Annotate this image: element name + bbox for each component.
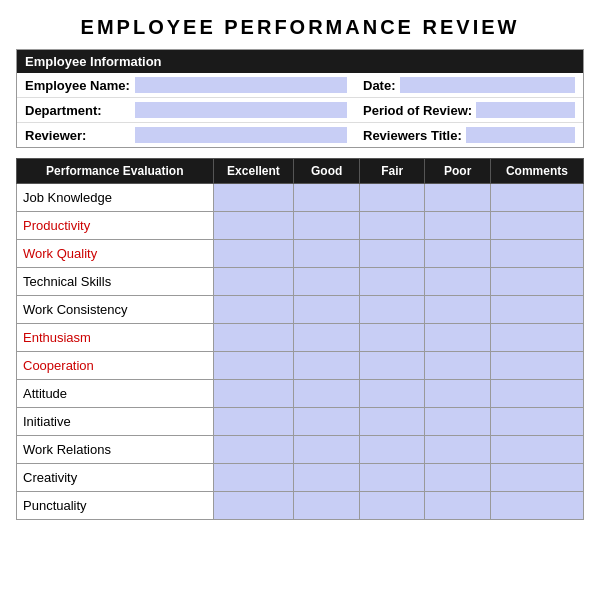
period-label: Period of Review:: [363, 103, 472, 118]
date-label: Date:: [363, 78, 396, 93]
comments-cell[interactable]: [490, 184, 583, 212]
employee-info-section: Employee Information Employee Name: Date…: [16, 49, 584, 148]
rating-cell[interactable]: [425, 492, 491, 520]
rating-cell[interactable]: [213, 268, 294, 296]
perf-name-cell: Work Relations: [17, 436, 214, 464]
perf-name-cell: Initiative: [17, 408, 214, 436]
reviewer-input[interactable]: [135, 127, 347, 143]
rating-cell[interactable]: [359, 380, 425, 408]
perf-name-cell: Cooperation: [17, 352, 214, 380]
rating-cell[interactable]: [359, 408, 425, 436]
table-row: Productivity: [17, 212, 584, 240]
rating-cell[interactable]: [294, 464, 360, 492]
employee-info-header: Employee Information: [17, 50, 583, 73]
rating-cell[interactable]: [359, 296, 425, 324]
table-row: Creativity: [17, 464, 584, 492]
rating-cell[interactable]: [213, 380, 294, 408]
rating-cell[interactable]: [425, 408, 491, 436]
perf-name-cell: Technical Skills: [17, 268, 214, 296]
rating-cell[interactable]: [359, 268, 425, 296]
rating-cell[interactable]: [213, 296, 294, 324]
perf-name-cell: Attitude: [17, 380, 214, 408]
rating-cell[interactable]: [425, 352, 491, 380]
rating-cell[interactable]: [294, 296, 360, 324]
table-row: Attitude: [17, 380, 584, 408]
reviewers-title-label: Reviewers Title:: [363, 128, 462, 143]
perf-name-cell: Creativity: [17, 464, 214, 492]
table-row: Technical Skills: [17, 268, 584, 296]
rating-cell[interactable]: [425, 212, 491, 240]
info-row-1: Employee Name: Date:: [17, 73, 583, 98]
rating-cell[interactable]: [425, 184, 491, 212]
comments-cell[interactable]: [490, 324, 583, 352]
rating-cell[interactable]: [294, 240, 360, 268]
reviewer-label: Reviewer:: [25, 128, 135, 143]
comments-cell[interactable]: [490, 380, 583, 408]
rating-cell[interactable]: [359, 324, 425, 352]
table-row: Work Consistency: [17, 296, 584, 324]
rating-cell[interactable]: [213, 184, 294, 212]
table-row: Work Relations: [17, 436, 584, 464]
rating-cell[interactable]: [425, 380, 491, 408]
comments-cell[interactable]: [490, 240, 583, 268]
rating-cell[interactable]: [294, 324, 360, 352]
perf-name-cell: Productivity: [17, 212, 214, 240]
employee-name-label: Employee Name:: [25, 78, 135, 93]
rating-cell[interactable]: [425, 324, 491, 352]
rating-cell[interactable]: [359, 212, 425, 240]
info-row-2: Department: Period of Review:: [17, 98, 583, 123]
employee-name-input[interactable]: [135, 77, 347, 93]
rating-cell[interactable]: [213, 492, 294, 520]
rating-cell[interactable]: [294, 352, 360, 380]
rating-cell[interactable]: [294, 212, 360, 240]
rating-cell[interactable]: [213, 436, 294, 464]
rating-cell[interactable]: [294, 268, 360, 296]
rating-cell[interactable]: [359, 492, 425, 520]
comments-cell[interactable]: [490, 408, 583, 436]
perf-name-cell: Punctuality: [17, 492, 214, 520]
rating-cell[interactable]: [425, 436, 491, 464]
rating-cell[interactable]: [213, 324, 294, 352]
rating-cell[interactable]: [359, 352, 425, 380]
table-row: Job Knowledge: [17, 184, 584, 212]
comments-cell[interactable]: [490, 464, 583, 492]
comments-cell[interactable]: [490, 352, 583, 380]
comments-cell[interactable]: [490, 268, 583, 296]
perf-name-cell: Enthusiasm: [17, 324, 214, 352]
rating-cell[interactable]: [294, 184, 360, 212]
info-right-3: Reviewers Title:: [363, 127, 575, 143]
comments-cell[interactable]: [490, 436, 583, 464]
comments-cell[interactable]: [490, 492, 583, 520]
rating-cell[interactable]: [294, 380, 360, 408]
col-header-perf: Performance Evaluation: [17, 159, 214, 184]
rating-cell[interactable]: [213, 464, 294, 492]
date-input[interactable]: [400, 77, 575, 93]
rating-cell[interactable]: [425, 240, 491, 268]
comments-cell[interactable]: [490, 212, 583, 240]
period-input[interactable]: [476, 102, 575, 118]
reviewers-title-input[interactable]: [466, 127, 575, 143]
table-row: Punctuality: [17, 492, 584, 520]
rating-cell[interactable]: [425, 268, 491, 296]
rating-cell[interactable]: [213, 408, 294, 436]
rating-cell[interactable]: [294, 408, 360, 436]
rating-cell[interactable]: [359, 240, 425, 268]
department-input[interactable]: [135, 102, 347, 118]
rating-cell[interactable]: [359, 436, 425, 464]
col-header-poor: Poor: [425, 159, 491, 184]
col-header-fair: Fair: [359, 159, 425, 184]
rating-cell[interactable]: [213, 240, 294, 268]
rating-cell[interactable]: [425, 464, 491, 492]
rating-cell[interactable]: [294, 492, 360, 520]
rating-cell[interactable]: [425, 296, 491, 324]
rating-cell[interactable]: [213, 352, 294, 380]
perf-name-cell: Job Knowledge: [17, 184, 214, 212]
rating-cell[interactable]: [359, 184, 425, 212]
rating-cell[interactable]: [213, 212, 294, 240]
comments-cell[interactable]: [490, 296, 583, 324]
page-title: EMPLOYEE PERFORMANCE REVIEW: [16, 16, 584, 39]
col-header-good: Good: [294, 159, 360, 184]
rating-cell[interactable]: [359, 464, 425, 492]
eval-table: Performance Evaluation Excellent Good Fa…: [16, 158, 584, 520]
rating-cell[interactable]: [294, 436, 360, 464]
